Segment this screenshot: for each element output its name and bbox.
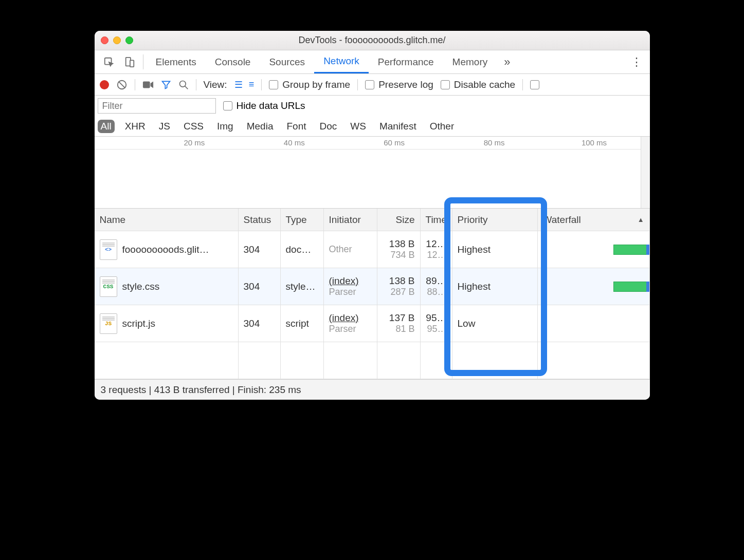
tab-memory[interactable]: Memory xyxy=(443,50,497,73)
filter-icon[interactable] xyxy=(161,80,171,90)
inspect-icon[interactable] xyxy=(99,50,119,73)
request-type: style… xyxy=(281,268,324,305)
device-toggle-icon[interactable] xyxy=(119,50,140,73)
clear-icon[interactable] xyxy=(116,79,128,90)
tab-strip: ElementsConsoleSourcesNetworkPerformance… xyxy=(95,50,650,74)
type-chip-font[interactable]: Font xyxy=(283,120,309,133)
request-waterfall xyxy=(538,305,650,342)
tabs-overflow[interactable]: » xyxy=(497,50,517,73)
col-priority[interactable]: Priority xyxy=(452,209,538,231)
request-name: script.js xyxy=(122,318,155,329)
filter-input[interactable] xyxy=(98,98,216,114)
col-type[interactable]: Type xyxy=(281,209,324,231)
col-waterfall[interactable]: Waterfall▲ xyxy=(538,209,650,231)
request-status: 304 xyxy=(239,268,281,305)
request-initiator[interactable]: (index)Parser xyxy=(324,305,377,342)
type-chip-all[interactable]: All xyxy=(98,120,115,133)
col-size[interactable]: Size xyxy=(377,209,421,231)
tab-elements[interactable]: Elements xyxy=(147,50,206,73)
group-by-frame-checkbox[interactable]: Group by frame xyxy=(269,79,350,90)
type-chip-ws[interactable]: WS xyxy=(347,120,369,133)
search-icon[interactable] xyxy=(178,80,189,90)
svg-rect-5 xyxy=(142,81,150,88)
tab-network[interactable]: Network xyxy=(314,50,369,73)
request-time: 95…95… xyxy=(421,305,452,342)
tick-label: 80 ms xyxy=(484,138,505,147)
type-chip-doc[interactable]: Doc xyxy=(316,120,340,133)
offline-checkbox[interactable] xyxy=(530,80,540,89)
filter-bar: Hide data URLs xyxy=(95,96,650,116)
tick-label: 60 ms xyxy=(384,138,405,147)
preserve-log-label: Preserve log xyxy=(378,79,433,90)
css-file-icon: CSS xyxy=(100,276,117,297)
type-chip-xhr[interactable]: XHR xyxy=(122,120,149,133)
preserve-log-checkbox[interactable]: Preserve log xyxy=(365,79,433,90)
table-row[interactable]: <> fooooooooods.glit… 304 doc… Other 138… xyxy=(95,231,650,268)
large-rows-icon[interactable]: ☰ xyxy=(234,79,242,90)
js-file-icon: JS xyxy=(100,313,117,334)
type-chip-media[interactable]: Media xyxy=(244,120,277,133)
hide-data-urls-label: Hide data URLs xyxy=(237,100,305,111)
camera-icon[interactable] xyxy=(142,80,154,89)
request-size: 137 B81 B xyxy=(377,305,421,342)
col-time[interactable]: Time xyxy=(421,209,452,231)
svg-line-7 xyxy=(185,86,188,89)
request-type: doc… xyxy=(281,231,324,268)
disable-cache-label: Disable cache xyxy=(454,79,515,90)
tick-label: 100 ms xyxy=(582,138,607,147)
disable-cache-checkbox[interactable]: Disable cache xyxy=(441,79,515,90)
hide-data-urls-checkbox[interactable]: Hide data URLs xyxy=(223,100,305,111)
table-header: Name Status Type Initiator Size Time Pri… xyxy=(95,209,650,231)
request-priority: Low xyxy=(452,305,538,342)
type-chip-css[interactable]: CSS xyxy=(180,120,207,133)
timeline-overview[interactable]: 20 ms40 ms60 ms80 ms100 ms xyxy=(95,137,650,209)
tab-performance[interactable]: Performance xyxy=(369,50,443,73)
svg-point-6 xyxy=(179,81,186,87)
col-status[interactable]: Status xyxy=(239,209,281,231)
request-time: 12…12… xyxy=(421,231,452,268)
type-chip-manifest[interactable]: Manifest xyxy=(376,120,420,133)
overview-icon[interactable]: ≡ xyxy=(249,79,255,90)
col-name[interactable]: Name xyxy=(95,209,239,231)
request-initiator[interactable]: (index)Parser xyxy=(324,268,377,305)
html-file-icon: <> xyxy=(100,239,117,260)
type-chip-js[interactable]: JS xyxy=(156,120,173,133)
type-chip-img[interactable]: Img xyxy=(214,120,237,133)
scrollbar[interactable] xyxy=(641,137,650,208)
status-bar: 3 requests | 413 B transferred | Finish:… xyxy=(95,379,650,400)
network-toolbar: View: ☰ ≡ Group by frame Preserve log Di… xyxy=(95,74,650,96)
window-title: DevTools - fooooooooods.glitch.me/ xyxy=(95,35,650,46)
sort-indicator-icon: ▲ xyxy=(638,216,644,223)
table-row xyxy=(95,342,650,379)
tick-label: 40 ms xyxy=(284,138,305,147)
request-table: Name Status Type Initiator Size Time Pri… xyxy=(95,209,650,379)
table-row[interactable]: JS script.js 304 script (index)Parser 13… xyxy=(95,305,650,342)
table-row[interactable]: CSS style.css 304 style… (index)Parser 1… xyxy=(95,268,650,305)
request-priority: Highest xyxy=(452,231,538,268)
col-initiator[interactable]: Initiator xyxy=(324,209,377,231)
titlebar: DevTools - fooooooooods.glitch.me/ xyxy=(95,31,650,50)
request-initiator[interactable]: Other xyxy=(324,231,377,268)
tab-console[interactable]: Console xyxy=(206,50,260,73)
request-status: 304 xyxy=(239,305,281,342)
type-filter-bar: AllXHRJSCSSImgMediaFontDocWSManifestOthe… xyxy=(95,116,650,137)
request-status: 304 xyxy=(239,231,281,268)
kebab-menu-icon[interactable]: ⋮ xyxy=(627,50,646,73)
tab-sources[interactable]: Sources xyxy=(260,50,314,73)
request-priority: Highest xyxy=(452,268,538,305)
request-size: 138 B287 B xyxy=(377,268,421,305)
devtools-window: DevTools - fooooooooods.glitch.me/ Eleme… xyxy=(95,31,650,400)
request-type: script xyxy=(281,305,324,342)
svg-rect-2 xyxy=(130,60,133,67)
group-by-frame-label: Group by frame xyxy=(282,79,350,90)
request-time: 89…88… xyxy=(421,268,452,305)
request-name: fooooooooods.glit… xyxy=(122,244,209,255)
type-chip-other[interactable]: Other xyxy=(427,120,458,133)
view-label: View: xyxy=(204,79,227,90)
record-button[interactable] xyxy=(100,80,109,89)
request-name: style.css xyxy=(122,281,160,292)
request-waterfall xyxy=(538,231,650,268)
tick-label: 20 ms xyxy=(184,138,205,147)
request-size: 138 B734 B xyxy=(377,231,421,268)
request-waterfall xyxy=(538,268,650,305)
